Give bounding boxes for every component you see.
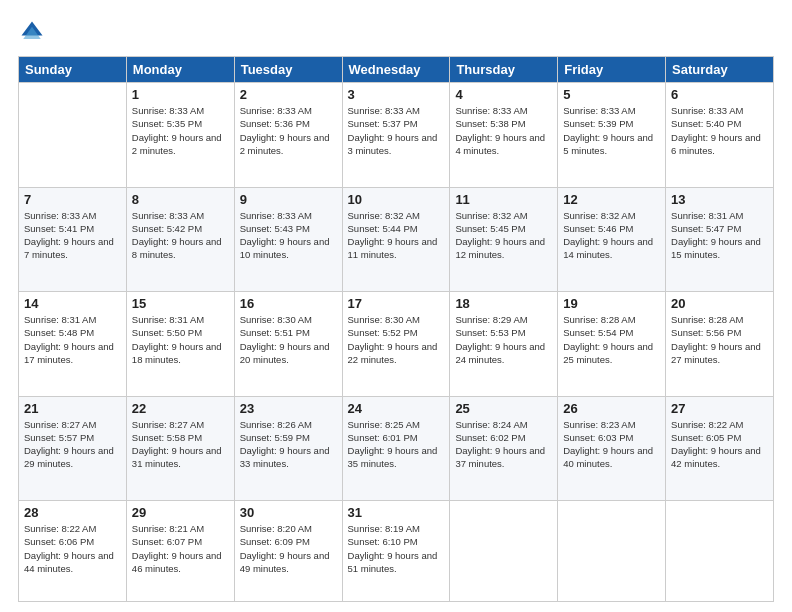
day-number: 3 <box>348 87 445 102</box>
day-info: Sunrise: 8:25 AM Sunset: 6:01 PM Dayligh… <box>348 418 445 471</box>
calendar-cell: 8Sunrise: 8:33 AM Sunset: 5:42 PM Daylig… <box>126 187 234 292</box>
calendar-cell: 11Sunrise: 8:32 AM Sunset: 5:45 PM Dayli… <box>450 187 558 292</box>
day-number: 12 <box>563 192 660 207</box>
day-number: 8 <box>132 192 229 207</box>
day-info: Sunrise: 8:33 AM Sunset: 5:36 PM Dayligh… <box>240 104 337 157</box>
calendar-cell: 30Sunrise: 8:20 AM Sunset: 6:09 PM Dayli… <box>234 501 342 602</box>
day-info: Sunrise: 8:31 AM Sunset: 5:50 PM Dayligh… <box>132 313 229 366</box>
calendar-cell: 29Sunrise: 8:21 AM Sunset: 6:07 PM Dayli… <box>126 501 234 602</box>
weekday-header-thursday: Thursday <box>450 57 558 83</box>
day-number: 11 <box>455 192 552 207</box>
day-number: 13 <box>671 192 768 207</box>
day-number: 28 <box>24 505 121 520</box>
day-number: 14 <box>24 296 121 311</box>
day-number: 2 <box>240 87 337 102</box>
day-number: 20 <box>671 296 768 311</box>
calendar-cell: 27Sunrise: 8:22 AM Sunset: 6:05 PM Dayli… <box>666 396 774 501</box>
day-number: 26 <box>563 401 660 416</box>
calendar-cell: 1Sunrise: 8:33 AM Sunset: 5:35 PM Daylig… <box>126 83 234 188</box>
calendar-cell <box>666 501 774 602</box>
calendar-cell: 9Sunrise: 8:33 AM Sunset: 5:43 PM Daylig… <box>234 187 342 292</box>
day-number: 1 <box>132 87 229 102</box>
day-number: 22 <box>132 401 229 416</box>
calendar-cell: 12Sunrise: 8:32 AM Sunset: 5:46 PM Dayli… <box>558 187 666 292</box>
calendar-cell: 6Sunrise: 8:33 AM Sunset: 5:40 PM Daylig… <box>666 83 774 188</box>
calendar-cell: 16Sunrise: 8:30 AM Sunset: 5:51 PM Dayli… <box>234 292 342 397</box>
calendar-cell: 21Sunrise: 8:27 AM Sunset: 5:57 PM Dayli… <box>19 396 127 501</box>
weekday-header-tuesday: Tuesday <box>234 57 342 83</box>
day-info: Sunrise: 8:33 AM Sunset: 5:42 PM Dayligh… <box>132 209 229 262</box>
calendar-page: SundayMondayTuesdayWednesdayThursdayFrid… <box>0 0 792 612</box>
week-row-3: 14Sunrise: 8:31 AM Sunset: 5:48 PM Dayli… <box>19 292 774 397</box>
weekday-header-saturday: Saturday <box>666 57 774 83</box>
day-info: Sunrise: 8:32 AM Sunset: 5:45 PM Dayligh… <box>455 209 552 262</box>
day-number: 7 <box>24 192 121 207</box>
week-row-4: 21Sunrise: 8:27 AM Sunset: 5:57 PM Dayli… <box>19 396 774 501</box>
day-number: 5 <box>563 87 660 102</box>
day-info: Sunrise: 8:31 AM Sunset: 5:47 PM Dayligh… <box>671 209 768 262</box>
calendar-cell: 7Sunrise: 8:33 AM Sunset: 5:41 PM Daylig… <box>19 187 127 292</box>
calendar-cell: 26Sunrise: 8:23 AM Sunset: 6:03 PM Dayli… <box>558 396 666 501</box>
day-info: Sunrise: 8:29 AM Sunset: 5:53 PM Dayligh… <box>455 313 552 366</box>
day-info: Sunrise: 8:28 AM Sunset: 5:54 PM Dayligh… <box>563 313 660 366</box>
day-number: 30 <box>240 505 337 520</box>
day-number: 17 <box>348 296 445 311</box>
day-info: Sunrise: 8:30 AM Sunset: 5:52 PM Dayligh… <box>348 313 445 366</box>
calendar-cell: 25Sunrise: 8:24 AM Sunset: 6:02 PM Dayli… <box>450 396 558 501</box>
calendar-cell: 31Sunrise: 8:19 AM Sunset: 6:10 PM Dayli… <box>342 501 450 602</box>
day-info: Sunrise: 8:32 AM Sunset: 5:46 PM Dayligh… <box>563 209 660 262</box>
day-number: 23 <box>240 401 337 416</box>
calendar-table: SundayMondayTuesdayWednesdayThursdayFrid… <box>18 56 774 602</box>
calendar-cell: 4Sunrise: 8:33 AM Sunset: 5:38 PM Daylig… <box>450 83 558 188</box>
day-info: Sunrise: 8:27 AM Sunset: 5:57 PM Dayligh… <box>24 418 121 471</box>
day-number: 29 <box>132 505 229 520</box>
calendar-cell: 19Sunrise: 8:28 AM Sunset: 5:54 PM Dayli… <box>558 292 666 397</box>
day-info: Sunrise: 8:33 AM Sunset: 5:43 PM Dayligh… <box>240 209 337 262</box>
day-info: Sunrise: 8:33 AM Sunset: 5:38 PM Dayligh… <box>455 104 552 157</box>
day-number: 19 <box>563 296 660 311</box>
week-row-1: 1Sunrise: 8:33 AM Sunset: 5:35 PM Daylig… <box>19 83 774 188</box>
logo <box>18 18 50 46</box>
calendar-cell: 13Sunrise: 8:31 AM Sunset: 5:47 PM Dayli… <box>666 187 774 292</box>
day-number: 10 <box>348 192 445 207</box>
day-number: 21 <box>24 401 121 416</box>
day-number: 31 <box>348 505 445 520</box>
calendar-cell: 24Sunrise: 8:25 AM Sunset: 6:01 PM Dayli… <box>342 396 450 501</box>
weekday-header-row: SundayMondayTuesdayWednesdayThursdayFrid… <box>19 57 774 83</box>
day-info: Sunrise: 8:30 AM Sunset: 5:51 PM Dayligh… <box>240 313 337 366</box>
day-number: 18 <box>455 296 552 311</box>
calendar-cell: 17Sunrise: 8:30 AM Sunset: 5:52 PM Dayli… <box>342 292 450 397</box>
weekday-header-wednesday: Wednesday <box>342 57 450 83</box>
day-info: Sunrise: 8:22 AM Sunset: 6:05 PM Dayligh… <box>671 418 768 471</box>
day-number: 24 <box>348 401 445 416</box>
week-row-5: 28Sunrise: 8:22 AM Sunset: 6:06 PM Dayli… <box>19 501 774 602</box>
day-info: Sunrise: 8:31 AM Sunset: 5:48 PM Dayligh… <box>24 313 121 366</box>
weekday-header-monday: Monday <box>126 57 234 83</box>
calendar-cell: 28Sunrise: 8:22 AM Sunset: 6:06 PM Dayli… <box>19 501 127 602</box>
day-number: 6 <box>671 87 768 102</box>
day-number: 16 <box>240 296 337 311</box>
day-info: Sunrise: 8:33 AM Sunset: 5:41 PM Dayligh… <box>24 209 121 262</box>
calendar-cell: 5Sunrise: 8:33 AM Sunset: 5:39 PM Daylig… <box>558 83 666 188</box>
calendar-cell <box>558 501 666 602</box>
day-info: Sunrise: 8:19 AM Sunset: 6:10 PM Dayligh… <box>348 522 445 575</box>
calendar-cell: 10Sunrise: 8:32 AM Sunset: 5:44 PM Dayli… <box>342 187 450 292</box>
day-info: Sunrise: 8:33 AM Sunset: 5:37 PM Dayligh… <box>348 104 445 157</box>
day-info: Sunrise: 8:23 AM Sunset: 6:03 PM Dayligh… <box>563 418 660 471</box>
weekday-header-sunday: Sunday <box>19 57 127 83</box>
calendar-cell: 3Sunrise: 8:33 AM Sunset: 5:37 PM Daylig… <box>342 83 450 188</box>
day-number: 9 <box>240 192 337 207</box>
day-number: 27 <box>671 401 768 416</box>
header <box>18 18 774 46</box>
calendar-cell: 14Sunrise: 8:31 AM Sunset: 5:48 PM Dayli… <box>19 292 127 397</box>
calendar-cell: 15Sunrise: 8:31 AM Sunset: 5:50 PM Dayli… <box>126 292 234 397</box>
day-number: 25 <box>455 401 552 416</box>
day-info: Sunrise: 8:33 AM Sunset: 5:39 PM Dayligh… <box>563 104 660 157</box>
day-info: Sunrise: 8:33 AM Sunset: 5:35 PM Dayligh… <box>132 104 229 157</box>
day-info: Sunrise: 8:21 AM Sunset: 6:07 PM Dayligh… <box>132 522 229 575</box>
day-info: Sunrise: 8:22 AM Sunset: 6:06 PM Dayligh… <box>24 522 121 575</box>
day-info: Sunrise: 8:27 AM Sunset: 5:58 PM Dayligh… <box>132 418 229 471</box>
calendar-cell: 22Sunrise: 8:27 AM Sunset: 5:58 PM Dayli… <box>126 396 234 501</box>
day-number: 15 <box>132 296 229 311</box>
day-info: Sunrise: 8:28 AM Sunset: 5:56 PM Dayligh… <box>671 313 768 366</box>
